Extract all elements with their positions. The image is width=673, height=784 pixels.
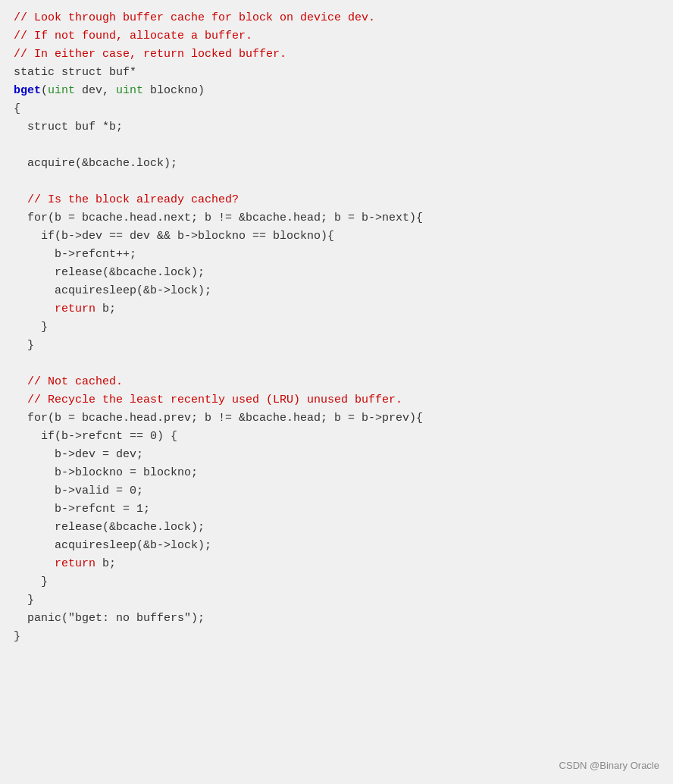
code-token — [14, 303, 55, 315]
code-line: // In either case, return locked buffer. — [14, 45, 659, 64]
code-token: static struct buf* — [14, 66, 136, 79]
code-token: acquiresleep(&b->lock); — [14, 539, 211, 552]
code-token: } — [14, 630, 20, 643]
code-line: release(&bcache.lock); — [14, 264, 659, 282]
code-token: acquiresleep(&b->lock); — [14, 284, 211, 297]
code-line: // Look through buffer cache for block o… — [14, 9, 659, 27]
code-token: bget — [14, 84, 41, 97]
code-token: for(b = bcache.head.prev; b != &bcache.h… — [14, 412, 423, 425]
code-token: b->valid = 0; — [14, 485, 143, 497]
watermark: CSDN @Binary Oracle — [559, 758, 659, 773]
code-token: uint — [48, 84, 75, 97]
code-token: } — [14, 339, 34, 352]
code-token: for(b = bcache.head.next; b != &bcache.h… — [14, 212, 423, 224]
code-line: // If not found, allocate a buffer. — [14, 27, 659, 45]
code-line: for(b = bcache.head.prev; b != &bcache.h… — [14, 409, 659, 428]
code-line: for(b = bcache.head.next; b != &bcache.h… — [14, 209, 659, 227]
code-token: uint — [116, 84, 143, 97]
code-line: if(b->refcnt == 0) { — [14, 428, 659, 446]
code-line: } — [14, 318, 659, 337]
code-line: acquiresleep(&b->lock); — [14, 282, 659, 300]
code-token: // Look through buffer cache for block o… — [14, 11, 375, 24]
code-line: bget(uint dev, uint blockno) — [14, 82, 659, 100]
code-token: b->dev = dev; — [14, 448, 143, 461]
code-line: // Not cached. — [14, 373, 659, 391]
code-token: b; — [95, 557, 116, 570]
code-line — [14, 136, 659, 155]
code-line: } — [14, 573, 659, 591]
code-line: // Is the block already cached? — [14, 191, 659, 209]
code-token: b; — [95, 303, 116, 315]
code-line: panic("bget: no buffers"); — [14, 610, 659, 628]
code-token: ( — [41, 84, 48, 97]
code-line: if(b->dev == dev && b->blockno == blockn… — [14, 227, 659, 246]
code-token: release(&bcache.lock); — [14, 521, 205, 534]
code-token: return — [55, 303, 95, 315]
code-container: // Look through buffer cache for block o… — [0, 0, 673, 784]
code-token: } — [14, 321, 48, 334]
code-token: struct buf *b; — [14, 121, 123, 133]
code-token: // Not cached. — [14, 375, 123, 388]
code-line: b->refcnt++; — [14, 246, 659, 264]
code-line: b->valid = 0; — [14, 482, 659, 500]
code-line: } — [14, 628, 659, 646]
code-line: static struct buf* — [14, 64, 659, 82]
code-token: b->refcnt++; — [14, 248, 136, 261]
code-token: blockno) — [143, 84, 205, 97]
code-token: return — [55, 557, 95, 570]
code-token: } — [14, 575, 48, 588]
code-line — [14, 355, 659, 373]
code-token: // Is the block already cached? — [14, 193, 239, 206]
code-token: acquire(&bcache.lock); — [14, 157, 177, 170]
code-line: release(&bcache.lock); — [14, 519, 659, 537]
code-token — [14, 557, 55, 570]
code-token: dev, — [75, 84, 116, 97]
code-token: // In either case, return locked buffer. — [14, 48, 286, 61]
code-token: { — [14, 102, 20, 115]
code-line: return b; — [14, 555, 659, 573]
code-line: b->dev = dev; — [14, 446, 659, 464]
code-token: // If not found, allocate a buffer. — [14, 30, 252, 42]
code-token: if(b->dev == dev && b->blockno == blockn… — [14, 230, 334, 243]
code-line: return b; — [14, 300, 659, 318]
code-line: } — [14, 337, 659, 355]
code-token: if(b->refcnt == 0) { — [14, 430, 177, 443]
code-line: b->blockno = blockno; — [14, 464, 659, 482]
code-token: panic("bget: no buffers"); — [14, 612, 205, 625]
code-line: acquiresleep(&b->lock); — [14, 537, 659, 555]
code-token: b->refcnt = 1; — [14, 503, 150, 516]
code-token: b->blockno = blockno; — [14, 466, 198, 479]
code-line: acquire(&bcache.lock); — [14, 155, 659, 173]
code-line — [14, 173, 659, 191]
code-token: // Recycle the least recently used (LRU)… — [14, 394, 402, 406]
code-block: // Look through buffer cache for block o… — [14, 9, 659, 646]
code-line: { — [14, 100, 659, 118]
code-line: // Recycle the least recently used (LRU)… — [14, 391, 659, 409]
code-line: } — [14, 591, 659, 610]
code-line: struct buf *b; — [14, 118, 659, 136]
code-token: release(&bcache.lock); — [14, 266, 205, 279]
code-token: } — [14, 594, 34, 607]
code-line: b->refcnt = 1; — [14, 500, 659, 519]
